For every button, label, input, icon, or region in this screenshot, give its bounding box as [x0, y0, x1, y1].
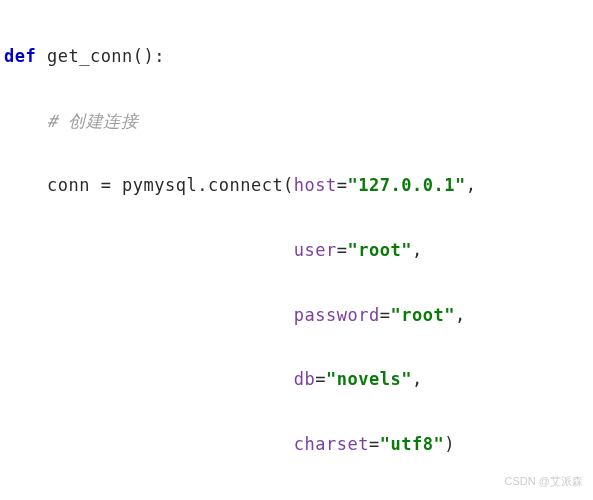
- kwarg-user: user: [294, 240, 337, 260]
- kwarg-host: host: [294, 175, 337, 195]
- parens: ():: [133, 46, 165, 66]
- watermark: CSDN @艾派森: [505, 471, 583, 492]
- comment: # 创建连接: [47, 111, 138, 131]
- string-db: "novels": [326, 369, 412, 389]
- comma: ,: [412, 369, 423, 389]
- comma: ,: [466, 175, 477, 195]
- equals: =: [337, 240, 348, 260]
- close-paren: ): [444, 434, 455, 454]
- code-line-6: db="novels",: [4, 363, 589, 395]
- code-block: def get_conn(): # 创建连接 conn = pymysql.co…: [4, 8, 589, 500]
- string-charset: "utf8": [380, 434, 444, 454]
- code-line-4: user="root",: [4, 234, 589, 266]
- keyword-def: def: [4, 46, 36, 66]
- code-line-2: # 创建连接: [4, 105, 589, 137]
- kwarg-password: password: [294, 305, 380, 325]
- comma: ,: [412, 240, 423, 260]
- comma: ,: [455, 305, 466, 325]
- equals: =: [337, 175, 348, 195]
- code-line-7: charset="utf8"): [4, 428, 589, 460]
- indent: [4, 369, 294, 389]
- indent: [4, 305, 294, 325]
- code-line-5: password="root",: [4, 299, 589, 331]
- equals: =: [380, 305, 391, 325]
- kwarg-charset: charset: [294, 434, 369, 454]
- equals: =: [315, 369, 326, 389]
- code-line-8: # 创建游标: [4, 492, 589, 500]
- indent: [4, 111, 47, 131]
- indent: [4, 240, 294, 260]
- code-line-3: conn = pymysql.connect(host="127.0.0.1",: [4, 169, 589, 201]
- string-user: "root": [348, 240, 412, 260]
- equals: =: [369, 434, 380, 454]
- string-password: "root": [390, 305, 454, 325]
- kwarg-db: db: [294, 369, 315, 389]
- function-name: get_conn: [36, 46, 133, 66]
- indent: [4, 175, 47, 195]
- indent: [4, 434, 294, 454]
- code-line-1: def get_conn():: [4, 40, 589, 72]
- string-host: "127.0.0.1": [348, 175, 466, 195]
- assign: conn = pymysql.connect(: [47, 175, 294, 195]
